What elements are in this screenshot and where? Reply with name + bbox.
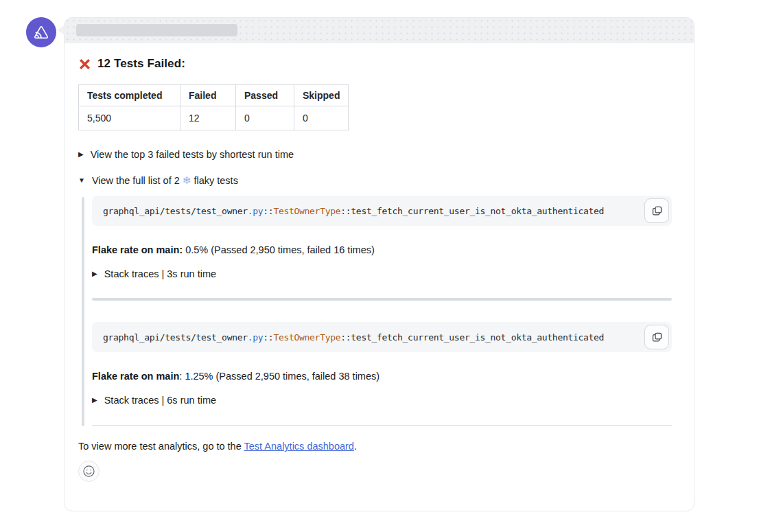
flaky-test-item: graphql_api/tests/test_owner.py::TestOwn…: [92, 196, 672, 279]
failed-x-icon: [78, 58, 91, 71]
comment-card: 12 Tests Failed: Tests completed Failed …: [64, 17, 694, 511]
flake-rate-line: Flake rate on main: 0.5% (Passed 2,950 t…: [92, 244, 672, 255]
page: 12 Tests Failed: Tests completed Failed …: [0, 0, 759, 532]
col-tests-completed: Tests completed: [79, 85, 180, 106]
copy-icon: [651, 205, 663, 217]
chevron-right-icon: ▶: [78, 151, 84, 158]
copy-icon: [651, 332, 663, 343]
stack-traces-label: Stack traces | 3s run time: [104, 268, 216, 279]
failed-value: 12: [180, 106, 236, 130]
disclosure-top-failed-tests[interactable]: ▶ View the top 3 failed tests by shortes…: [78, 149, 680, 160]
chevron-down-icon: ▼: [78, 177, 85, 184]
speech-bubble-tail: [58, 25, 65, 36]
comment-body: 12 Tests Failed: Tests completed Failed …: [65, 43, 694, 482]
flaky-test-item: graphql_api/tests/test_owner.py::TestOwn…: [92, 322, 672, 406]
flaky-tests-section: graphql_api/tests/test_owner.py::TestOwn…: [78, 196, 680, 426]
chevron-right-icon: ▶: [92, 397, 97, 404]
col-failed: Failed: [180, 85, 236, 106]
test-path-block: graphql_api/tests/test_owner.py::TestOwn…: [92, 196, 672, 226]
analytics-footer: To view more test analytics, go to the T…: [78, 441, 680, 452]
disclosure-stack-traces[interactable]: ▶ Stack traces | 3s run time: [92, 268, 672, 279]
title-row: 12 Tests Failed:: [78, 57, 680, 71]
skipped-value: 0: [294, 106, 349, 130]
col-passed: Passed: [236, 85, 294, 106]
table-row: 5,500 12 0 0: [79, 106, 349, 130]
disclosure-label: View the full list of 2 ❄ flaky tests: [92, 174, 238, 187]
signal-pyramid-logo-icon: [32, 23, 50, 41]
test-path: graphql_api/tests/test_owner.py::TestOwn…: [103, 332, 604, 343]
passed-value: 0: [236, 106, 294, 130]
copy-button[interactable]: [644, 198, 669, 223]
indent-bar: [82, 197, 84, 426]
disclosure-stack-traces[interactable]: ▶ Stack traces | 6s run time: [92, 395, 672, 406]
add-reaction-button[interactable]: [78, 461, 100, 482]
chevron-right-icon: ▶: [92, 270, 97, 277]
table-header-row: Tests completed Failed Passed Skipped: [79, 85, 349, 106]
copy-button[interactable]: [644, 325, 669, 349]
col-skipped: Skipped: [294, 85, 349, 106]
disclosure-flaky-tests[interactable]: ▼ View the full list of 2 ❄ flaky tests: [78, 174, 680, 187]
section-divider: [92, 298, 672, 301]
disclosure-label: View the top 3 failed tests by shortest …: [91, 149, 294, 160]
section-end-divider: [92, 425, 672, 426]
redacted-author-placeholder: [76, 24, 237, 36]
test-path-block: graphql_api/tests/test_owner.py::TestOwn…: [92, 322, 672, 352]
snowflake-icon: ❄: [183, 174, 191, 186]
test-path: graphql_api/tests/test_owner.py::TestOwn…: [103, 206, 604, 216]
bot-avatar[interactable]: [26, 17, 56, 47]
comment-header: [65, 18, 694, 43]
tests-completed-value: 5,500: [79, 106, 180, 130]
test-summary-table: Tests completed Failed Passed Skipped 5,…: [78, 84, 349, 130]
smiley-icon: [82, 464, 96, 478]
test-analytics-dashboard-link[interactable]: Test Analytics dashboard: [244, 441, 354, 452]
page-title: 12 Tests Failed:: [97, 57, 185, 71]
flake-rate-line: Flake rate on main: 1.25% (Passed 2,950 …: [92, 371, 672, 382]
stack-traces-label: Stack traces | 6s run time: [104, 395, 216, 406]
